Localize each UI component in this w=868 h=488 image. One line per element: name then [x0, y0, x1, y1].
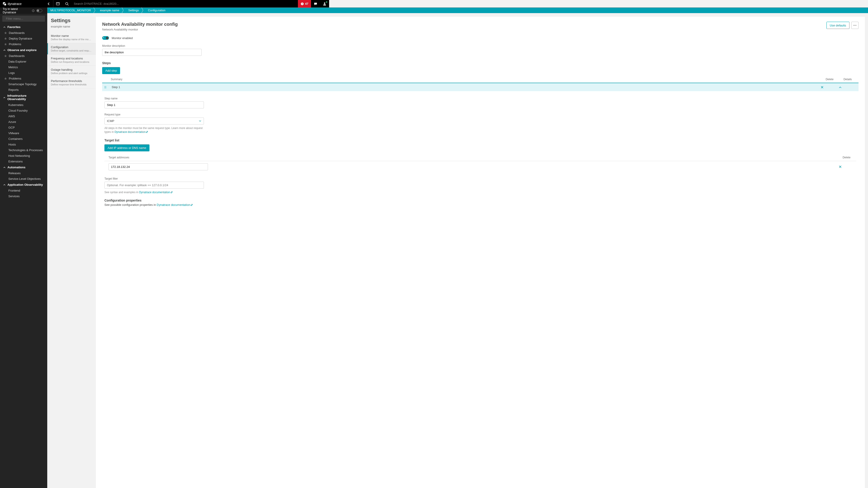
- target-filter-input[interactable]: [104, 182, 204, 184]
- settings-tab-frequency[interactable]: Frequency and locations Define run frequ…: [47, 55, 96, 66]
- nav-item-smartscape[interactable]: Smartscape Topology: [0, 81, 47, 87]
- request-type-select[interactable]: ICMP: [104, 118, 204, 125]
- svg-point-14: [105, 86, 105, 87]
- svg-rect-0: [56, 2, 59, 5]
- chevron-right-icon: [142, 7, 143, 13]
- chevron-up-icon: [3, 49, 6, 51]
- settings-side-nav: Settings example name Monitor name Defin…: [47, 13, 96, 184]
- monitor-description-input[interactable]: [102, 49, 202, 56]
- step-row: Step 1: [102, 83, 329, 91]
- svg-point-2: [66, 2, 68, 5]
- request-type-value: ICMP: [107, 119, 114, 123]
- col-header-summary: Summary: [111, 78, 329, 81]
- monitor-description-label: Monitor description: [102, 44, 329, 47]
- chat-icon: [314, 2, 317, 6]
- settings-tab-monitor-name[interactable]: Monitor name Define the display name of …: [47, 32, 96, 43]
- user-icon: [323, 2, 327, 6]
- svg-point-19: [105, 88, 106, 88]
- add-target-button[interactable]: Add IP address or DNS name: [104, 144, 149, 151]
- nav-item-kubernetes[interactable]: Kubernetes: [0, 102, 47, 108]
- step-name-input[interactable]: [104, 101, 204, 108]
- try-latest-toggle[interactable]: [36, 9, 42, 12]
- request-type-label: Request type: [104, 113, 329, 116]
- info-icon[interactable]: [32, 9, 35, 12]
- breadcrumb-item-0[interactable]: MULTIPROTOCOL_MONITOR: [47, 7, 94, 13]
- nav-section-automations[interactable]: Automations: [0, 164, 47, 170]
- target-list-heading: Target list: [104, 138, 329, 142]
- arrow-left-icon: [47, 2, 51, 6]
- nav-item-dashboards-2[interactable]: Dashboards: [0, 53, 47, 59]
- monitor-enabled-toggle[interactable]: [102, 36, 109, 40]
- nav-item-dashboards[interactable]: Dashboards: [0, 30, 47, 36]
- nav-item-gcp[interactable]: GCP: [0, 125, 47, 130]
- nav-item-problems[interactable]: Problems: [0, 41, 47, 47]
- nav-section-app-obs[interactable]: Application Observability: [0, 182, 47, 184]
- nav-item-releases[interactable]: Releases: [0, 170, 47, 176]
- nav-item-cloudfoundry[interactable]: Cloud Foundry: [0, 108, 47, 113]
- chevron-right-icon: [122, 7, 124, 13]
- nav-item-data-explorer[interactable]: Data Explorer: [0, 59, 47, 64]
- step-detail-panel: Step name Request type ICMP All steps in…: [102, 91, 329, 184]
- star-icon: [4, 31, 7, 34]
- breadcrumb-item-2[interactable]: Settings: [124, 7, 142, 13]
- back-button[interactable]: [44, 0, 53, 7]
- dashboard-icon-button[interactable]: [53, 0, 62, 7]
- breadcrumb-item-1[interactable]: example name: [95, 7, 122, 13]
- target-row: [104, 161, 329, 173]
- filter-menu-field[interactable]: [6, 17, 44, 20]
- nav-item-host-net[interactable]: Host Networking: [0, 153, 47, 159]
- brand-logo[interactable]: dynatrace: [0, 2, 24, 6]
- nav-item-deploy[interactable]: Deploy Dynatrace: [0, 36, 47, 41]
- dashboard-icon: [56, 2, 60, 6]
- nav-item-logs[interactable]: Logs: [0, 70, 47, 76]
- svg-rect-9: [33, 10, 33, 11]
- settings-tab-outage[interactable]: Outage handling Define problem and alert…: [47, 66, 96, 77]
- nav-item-metrics[interactable]: Metrics: [0, 64, 47, 70]
- search-icon: [65, 2, 69, 6]
- user-menu-button[interactable]: [320, 0, 329, 7]
- try-latest-banner: Try in latest Dynatrace: [0, 7, 47, 14]
- nav-item-containers[interactable]: Containers: [0, 136, 47, 142]
- nav-item-slo[interactable]: Service-Level Objectives: [0, 176, 47, 182]
- svg-point-17: [105, 87, 106, 87]
- search-input-area[interactable]: Search DYNATRACE: dva18020...: [71, 2, 298, 5]
- nav-item-reports[interactable]: Reports: [0, 87, 47, 93]
- add-step-button[interactable]: Add step: [102, 67, 120, 74]
- nav-item-hosts[interactable]: Hosts: [0, 142, 47, 147]
- nav-item-problems-2[interactable]: Problems: [0, 76, 47, 81]
- settings-subheading: example name: [47, 25, 96, 32]
- svg-point-7: [324, 2, 325, 4]
- filter-menu-input[interactable]: [2, 15, 45, 22]
- drag-handle[interactable]: [104, 86, 111, 89]
- nav-item-azure[interactable]: Azure: [0, 119, 47, 125]
- nav-section-observe[interactable]: Observe and explore: [0, 47, 47, 53]
- settings-content: Network Availability monitor config Netw…: [96, 17, 329, 184]
- nav-item-extensions[interactable]: Extensions: [0, 159, 47, 164]
- settings-tab-thresholds[interactable]: Performance thresholds Define response t…: [47, 77, 96, 88]
- chat-button[interactable]: [311, 0, 320, 7]
- main-area: Settings example name Monitor name Defin…: [47, 13, 329, 184]
- search-icon-button[interactable]: [62, 0, 71, 7]
- alert-icon: [301, 2, 304, 5]
- brand-name: dynatrace: [8, 2, 22, 6]
- docs-link-request-type[interactable]: Dynatrace documentation: [115, 130, 148, 133]
- chevron-right-icon: [94, 7, 95, 13]
- breadcrumb-item-3[interactable]: Configuration: [143, 7, 168, 13]
- chevron-up-icon: [3, 26, 6, 28]
- drag-handle-icon: [104, 86, 107, 89]
- monitor-enabled-label: Monitor enabled: [112, 36, 133, 40]
- settings-heading: Settings: [47, 18, 96, 25]
- target-address-input[interactable]: [108, 163, 208, 170]
- global-topbar: dynatrace Search DYNATRACE: dva18020... …: [0, 0, 329, 7]
- settings-tab-configuration[interactable]: Configuration Define target, constraints…: [47, 43, 96, 55]
- chevron-up-icon: [3, 96, 5, 99]
- star-icon: [4, 77, 7, 80]
- nav-item-vmware[interactable]: VMware: [0, 130, 47, 136]
- nav-section-favorites[interactable]: Favorites: [0, 24, 47, 30]
- nav-item-tech-proc[interactable]: Technologies & Processes: [0, 147, 47, 153]
- nav-section-infra[interactable]: Infrastructure Observability: [0, 93, 47, 102]
- nav-item-aws[interactable]: AWS: [0, 113, 47, 119]
- alerts-badge[interactable]: 47: [298, 0, 311, 7]
- target-filter-label: Target filter: [104, 177, 329, 180]
- main-navigation-sidebar: Try in latest Dynatrace Favorites Dashbo…: [0, 7, 47, 184]
